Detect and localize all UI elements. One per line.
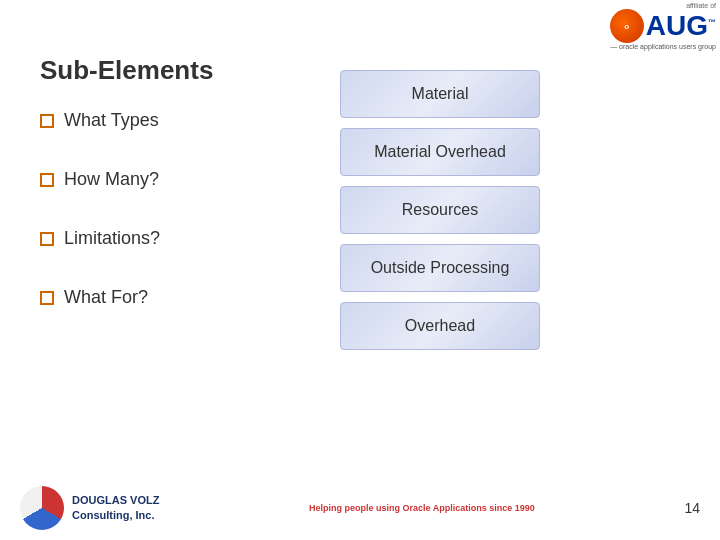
box-outside-processing: Outside Processing (340, 244, 540, 292)
affiliate-text: affiliate of (610, 2, 716, 9)
oaug-circle-icon: o (610, 9, 644, 43)
box-resources-label: Resources (402, 201, 478, 218)
oaug-badge: o AUG™ (610, 9, 716, 43)
footer: DOUGLAS VOLZ Consulting, Inc. Helping pe… (0, 486, 720, 530)
box-overhead-label: Overhead (405, 317, 475, 334)
box-material-label: Material (412, 85, 469, 102)
bullet-icon (40, 232, 54, 246)
footer-logo-icon (20, 486, 64, 530)
footer-logo-area: DOUGLAS VOLZ Consulting, Inc. (20, 486, 159, 530)
footer-page-number: 14 (684, 500, 700, 516)
list-item-label: How Many? (64, 169, 159, 190)
box-overhead: Overhead (340, 302, 540, 350)
list-item-limitations: Limitations? (40, 228, 160, 249)
list-item-how-many: How Many? (40, 169, 160, 190)
list-item-label: Limitations? (64, 228, 160, 249)
oaug-subtext: — oracle applications users group (610, 43, 716, 50)
box-material-overhead: Material Overhead (340, 128, 540, 176)
footer-tagline: Helping people using Oracle Applications… (309, 503, 535, 513)
bullet-icon (40, 291, 54, 305)
bullet-list: What Types How Many? Limitations? What F… (40, 110, 160, 346)
oaug-text: AUG™ (646, 12, 716, 40)
list-item-label: What Types (64, 110, 159, 131)
list-item-what-types: What Types (40, 110, 160, 131)
list-item-label: What For? (64, 287, 148, 308)
footer-company-block: DOUGLAS VOLZ Consulting, Inc. (72, 493, 159, 524)
box-outside-processing-label: Outside Processing (371, 259, 510, 276)
page-title: Sub-Elements (40, 55, 213, 86)
bullet-icon (40, 173, 54, 187)
list-item-what-for: What For? (40, 287, 160, 308)
footer-company-name: DOUGLAS VOLZ Consulting, Inc. (72, 493, 159, 524)
sub-elements-boxes: Material Material Overhead Resources Out… (340, 70, 550, 360)
box-material-overhead-label: Material Overhead (374, 143, 506, 160)
box-material: Material (340, 70, 540, 118)
bullet-icon (40, 114, 54, 128)
box-resources: Resources (340, 186, 540, 234)
oaug-logo-area: affiliate of o AUG™ — oracle application… (610, 2, 716, 50)
